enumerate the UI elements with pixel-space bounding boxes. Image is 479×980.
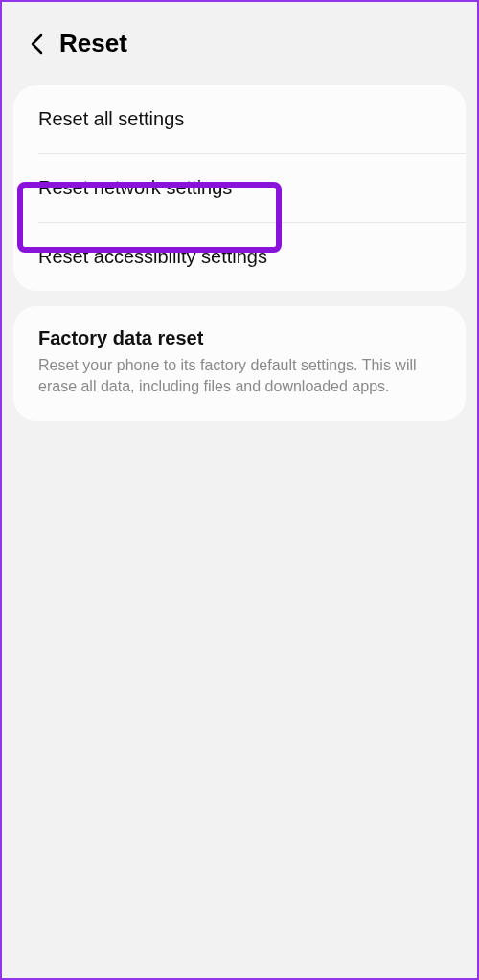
back-icon[interactable] [25,33,48,56]
settings-group-1: Reset all settings Reset network setting… [13,85,466,291]
factory-data-reset-item[interactable]: Factory data reset Reset your phone to i… [13,306,466,421]
page-title: Reset [59,29,127,58]
settings-group-2: Factory data reset Reset your phone to i… [13,306,466,421]
list-item-label: Reset network settings [38,177,232,198]
reset-accessibility-settings-item[interactable]: Reset accessibility settings [13,223,466,291]
list-item-title: Factory data reset [38,327,441,349]
header: Reset [2,2,477,78]
list-item-label: Reset accessibility settings [38,246,267,267]
list-item-description: Reset your phone to its factory default … [38,355,441,398]
list-item-label: Reset all settings [38,108,184,129]
reset-network-settings-item[interactable]: Reset network settings [13,154,466,222]
reset-all-settings-item[interactable]: Reset all settings [13,85,466,153]
